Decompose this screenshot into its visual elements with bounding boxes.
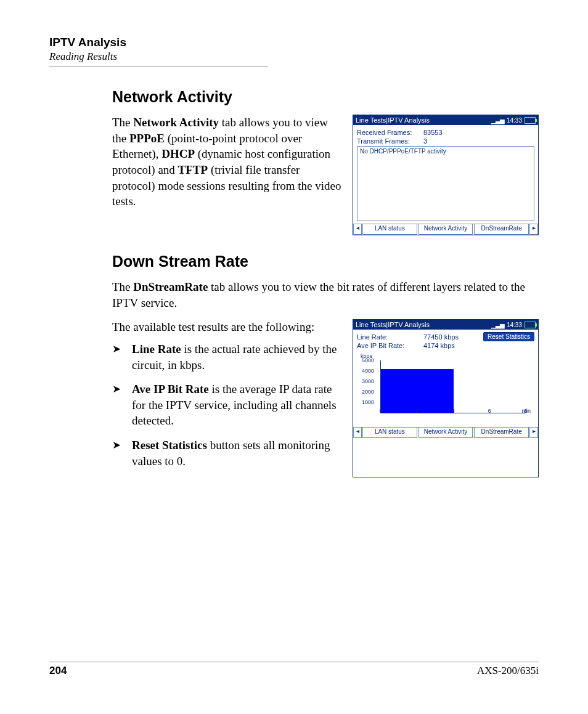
chart-plot-area: 0 2 4 6 8 min — [380, 360, 526, 413]
bold-term: TFTP — [178, 163, 208, 176]
chart-y-tick: 4000 — [362, 368, 374, 374]
tab-network-activity[interactable]: Network Activity — [419, 224, 473, 235]
tab-scroll-left-icon[interactable]: ◂ — [353, 428, 362, 438]
battery-icon — [525, 117, 536, 124]
text: The — [112, 280, 133, 293]
stat-value: 83553 — [423, 129, 443, 136]
stat-label: Transmit Frames: — [357, 137, 419, 145]
bold-term: DnStreamRate — [133, 280, 208, 293]
rate-chart: kbps 5000 4000 3000 2000 1000 0 2 4 6 8 — [362, 354, 532, 422]
chart-y-tick: 1000 — [362, 399, 374, 405]
page-number: 204 — [49, 665, 67, 677]
list-item: Line Rate is the actual rate achieved by… — [112, 341, 344, 373]
result-list: Line Rate is the actual rate achieved by… — [112, 341, 344, 469]
signal-icon: ▁▃▅ — [491, 117, 504, 124]
bold-term: Ave IP Bit Rate — [132, 383, 209, 396]
activity-log-box: No DHCP/PPPoE/TFTP activity — [357, 146, 534, 221]
tab-lan-status[interactable]: LAN status — [362, 428, 417, 438]
page-footer: 204 AXS-200/635i — [49, 662, 539, 677]
chart-y-tick: 3000 — [362, 378, 374, 384]
window-title: Line Tests|IPTV Analysis — [356, 321, 430, 328]
tab-dnstreamrate[interactable]: DnStreamRate — [474, 428, 529, 438]
chart-x-tick: 6 — [488, 408, 491, 414]
clock-time: 14:33 — [507, 322, 522, 328]
reset-statistics-button[interactable]: Reset Statistics — [483, 332, 534, 341]
tab-bar: ◂ LAN status Network Activity DnStreamRa… — [353, 427, 538, 438]
bold-term: Network Activity — [133, 116, 219, 129]
stat-value: 77450 kbps — [423, 333, 459, 341]
doc-id: AXS-200/635i — [477, 665, 539, 677]
heading-network-activity: Network Activity — [112, 88, 539, 106]
tab-lan-status[interactable]: LAN status — [362, 224, 417, 235]
bold-term: Line Rate — [132, 343, 181, 355]
heading-down-stream-rate: Down Stream Rate — [112, 253, 539, 270]
text: The — [112, 116, 133, 129]
stat-label: Line Rate: — [357, 333, 419, 341]
stat-row: Transmit Frames: 3 — [357, 137, 534, 145]
list-item: Ave IP Bit Rate is the average IP data r… — [112, 381, 344, 429]
dnstream-paragraph-1: The DnStreamRate tab allows you to view … — [112, 279, 539, 310]
bold-term: DHCP — [161, 147, 195, 160]
window-titlebar: Line Tests|IPTV Analysis ▁▃▅ 14:33 — [353, 115, 538, 125]
footer-rule — [49, 662, 539, 662]
stat-row: Line Rate: 77450 kbps — [357, 333, 483, 341]
tab-dnstreamrate[interactable]: DnStreamRate — [474, 224, 529, 235]
clock-time: 14:33 — [507, 117, 522, 124]
network-activity-paragraph: The Network Activity tab allows you to v… — [112, 115, 344, 235]
tab-network-activity[interactable]: Network Activity — [419, 428, 473, 438]
stat-value: 3 — [423, 137, 427, 145]
running-header: IPTV Analysis Reading Results — [49, 36, 539, 67]
stat-label: Received Frames: — [357, 129, 419, 136]
screenshot-dnstreamrate: Line Tests|IPTV Analysis ▁▃▅ 14:33 Line … — [353, 319, 539, 477]
header-title: IPTV Analysis — [49, 36, 539, 49]
chart-x-unit: min — [521, 408, 531, 414]
tab-scroll-right-icon[interactable]: ▸ — [529, 224, 538, 235]
header-rule — [49, 67, 268, 67]
bold-term: PPPoE — [129, 132, 165, 145]
stat-row: Received Frames: 83553 — [357, 129, 534, 136]
chart-y-tick: 2000 — [362, 389, 374, 395]
dnstream-paragraph-2: The available test results are the follo… — [112, 319, 344, 335]
stat-label: Ave IP Bit Rate: — [357, 342, 419, 349]
stat-value: 4174 kbps — [423, 342, 455, 349]
chart-y-tick: 5000 — [362, 357, 374, 363]
bold-term: Reset Statistics — [132, 439, 207, 452]
stat-row: Ave IP Bit Rate: 4174 kbps — [357, 342, 483, 349]
window-title: Line Tests|IPTV Analysis — [356, 116, 430, 124]
chart-bar — [381, 369, 454, 413]
chart-x-tick: 2 — [415, 408, 419, 414]
tab-scroll-right-icon[interactable]: ▸ — [529, 428, 538, 438]
screenshot-network-activity: Line Tests|IPTV Analysis ▁▃▅ 14:33 Recei… — [353, 115, 539, 235]
tab-scroll-left-icon[interactable]: ◂ — [353, 224, 362, 235]
battery-icon — [525, 322, 536, 328]
header-subtitle: Reading Results — [49, 51, 539, 63]
activity-log-message: No DHCP/PPPoE/TFTP activity — [360, 148, 446, 155]
list-item: Reset Statistics button sets all monitor… — [112, 437, 344, 469]
window-titlebar: Line Tests|IPTV Analysis ▁▃▅ 14:33 — [353, 320, 538, 330]
signal-icon: ▁▃▅ — [491, 322, 504, 328]
chart-x-tick: 4 — [452, 408, 455, 414]
tab-bar: ◂ LAN status Network Activity DnStreamRa… — [353, 224, 538, 235]
chart-x-tick: 0 — [379, 408, 382, 414]
